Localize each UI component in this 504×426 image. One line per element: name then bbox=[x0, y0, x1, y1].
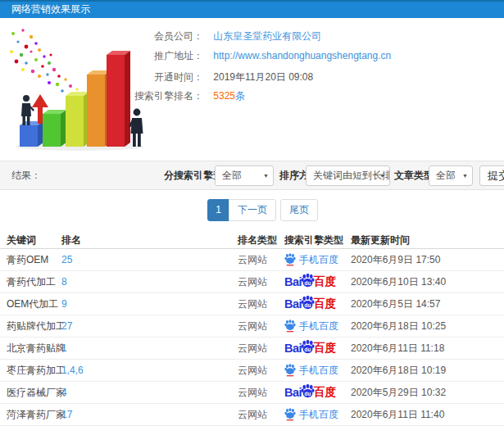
chevron-down-icon: ▼ bbox=[263, 166, 269, 186]
businessman-right-icon bbox=[129, 109, 143, 147]
rank-link[interactable]: 17 bbox=[61, 404, 72, 425]
baidu-paw-icon: du bbox=[301, 340, 315, 354]
bar-red bbox=[107, 51, 130, 147]
page-1-button[interactable]: 1 bbox=[207, 199, 229, 221]
baidu-logo-bai: Bai bbox=[284, 293, 302, 315]
info-row-company: 会员公司： 山东皇圣堂药业有限公司 bbox=[131, 29, 492, 43]
rank-type-cell: 云网站 bbox=[238, 293, 267, 315]
baidu-logo-du: du bbox=[305, 347, 311, 352]
rank-link[interactable]: 25 bbox=[61, 249, 72, 270]
baidu-logo: Bai du 百度 bbox=[284, 382, 336, 403]
mobile-baidu-label: 手机百度 bbox=[299, 315, 338, 337]
bar-yellow bbox=[66, 92, 89, 147]
header-updated: 最新更新时间 bbox=[351, 233, 410, 247]
rank-link[interactable]: 1,4,6 bbox=[61, 360, 84, 381]
engine-cell: 手机百度 Bai du 百度 bbox=[284, 315, 338, 337]
rank-type-cell: 云网站 bbox=[238, 315, 267, 337]
mobile-baidu-logo: 手机百度 bbox=[284, 404, 338, 425]
baidu-logo-du: du bbox=[305, 280, 311, 286]
engine-cell: 手机百度 Bai du 百度 bbox=[284, 249, 338, 270]
engine-cell: 百度 Bai du 百度 bbox=[284, 271, 336, 292]
rank-count-value: 5325条 bbox=[213, 90, 245, 102]
table-row: OEM代加工 9 云网站 百度 Bai bbox=[0, 293, 504, 315]
updated-cell: 2020年6月10日 13:40 bbox=[351, 271, 446, 292]
engine-cell: 百度 Bai du 百度 bbox=[284, 382, 336, 403]
mobile-baidu-logo: 手机百度 bbox=[284, 315, 338, 337]
rank-type-cell: 云网站 bbox=[238, 338, 267, 359]
article-type-select-value: 全部 bbox=[436, 170, 456, 181]
table-row: 北京膏药贴牌 1 云网站 百度 Bai bbox=[0, 338, 504, 360]
submit-button[interactable]: 提交 bbox=[479, 165, 504, 186]
mobile-baidu-logo: 手机百度 bbox=[284, 360, 338, 381]
mobile-baidu-label: 手机百度 bbox=[299, 249, 338, 270]
article-type-label: 文章类型 bbox=[394, 161, 434, 189]
keyword-cell: 药贴牌代加工 bbox=[7, 315, 66, 337]
results-table: 关键词 排名 排名类型 搜索引擎类型 最新更新时间 膏药OEM 25 云网站 手… bbox=[0, 233, 504, 426]
updated-cell: 2020年6月9日 17:50 bbox=[351, 249, 440, 270]
rank-type-cell: 云网站 bbox=[238, 404, 267, 425]
window-title-bar: 网络营销效果展示 bbox=[0, 0, 504, 18]
rank-link[interactable]: 1 bbox=[61, 338, 67, 359]
updated-cell: 2020年5月29日 10:32 bbox=[351, 382, 446, 403]
paw-underline bbox=[287, 265, 293, 265]
chevron-down-icon: ▼ bbox=[462, 166, 468, 186]
next-page-button[interactable]: 下一页 bbox=[229, 199, 276, 221]
baidu-logo: Bai du 百度 bbox=[284, 338, 336, 359]
paw-underline bbox=[287, 375, 293, 376]
keyword-cell: 膏药OEM bbox=[7, 249, 48, 270]
updated-cell: 2020年6月18日 10:25 bbox=[351, 315, 446, 337]
rank-link[interactable]: 27 bbox=[61, 315, 72, 337]
page-title: 网络营销效果展示 bbox=[11, 3, 90, 15]
sort-select-value: 关键词由短到长排序 bbox=[313, 170, 390, 181]
keyword-cell: 医疗器械厂家 bbox=[7, 382, 66, 403]
header-rank: 排名 bbox=[61, 233, 81, 247]
baidu-paw-icon bbox=[284, 253, 296, 266]
keyword-cell: 枣庄膏药加工 bbox=[7, 360, 66, 381]
baidu-logo-cn: 百度 bbox=[314, 382, 336, 403]
company-label: 会员公司： bbox=[131, 29, 203, 43]
keyword-cell: OEM代加工 bbox=[7, 293, 58, 315]
mobile-baidu-logo: 手机百度 bbox=[284, 249, 338, 270]
company-link[interactable]: 山东皇圣堂药业有限公司 bbox=[213, 30, 321, 42]
rank-link[interactable]: 4 bbox=[61, 382, 67, 403]
pagination: 1下一页尾页 bbox=[207, 199, 318, 221]
mobile-baidu-label: 手机百度 bbox=[299, 404, 338, 425]
paw-underline bbox=[287, 419, 293, 420]
rank-link[interactable]: 8 bbox=[61, 271, 67, 292]
updated-cell: 2020年6月18日 10:19 bbox=[351, 360, 446, 381]
updated-cell: 2020年6月5日 14:57 bbox=[351, 293, 440, 315]
info-row-url: 推广地址： http://www.shandonghuangshengtang.… bbox=[131, 49, 492, 62]
baidu-paw-icon bbox=[284, 408, 296, 421]
last-page-button[interactable]: 尾页 bbox=[280, 199, 318, 221]
sort-select[interactable]: 关键词由短到长排序 ▼ bbox=[306, 165, 390, 186]
rank-link[interactable]: 9 bbox=[61, 293, 67, 315]
keyword-cell: 菏泽膏药厂家 bbox=[7, 404, 66, 425]
engine-cell: 手机百度 Bai du 百度 bbox=[284, 404, 338, 425]
engine-select[interactable]: 全部 ▼ bbox=[215, 165, 274, 186]
businessman-left-icon bbox=[21, 95, 34, 125]
baidu-paw-icon: du bbox=[301, 384, 315, 398]
bar-chart-illustration bbox=[2, 27, 148, 152]
table-row: 膏药代加工 8 云网站 百度 Bai bbox=[0, 271, 504, 293]
info-row-open-time: 开通时间： 2019年11月20日 09:08 bbox=[131, 70, 492, 84]
baidu-logo-du: du bbox=[305, 391, 311, 397]
table-row: 膏药OEM 25 云网站 手机百度 Bai bbox=[0, 249, 504, 271]
promo-url-link[interactable]: http://www.shandonghuangshengtang.cn bbox=[213, 50, 391, 61]
rank-count-number: 5325 bbox=[213, 90, 235, 102]
open-time-value: 2019年11月20日 09:08 bbox=[213, 71, 313, 83]
updated-cell: 2020年6月11日 11:18 bbox=[351, 338, 444, 359]
rank-type-cell: 云网站 bbox=[238, 360, 267, 381]
engine-cell: 百度 Bai du 百度 bbox=[284, 293, 336, 315]
baidu-logo: Bai du 百度 bbox=[284, 271, 336, 292]
header-rank-type: 排名类型 bbox=[238, 233, 277, 247]
table-row: 枣庄膏药加工 1,4,6 云网站 手机百度 Bai bbox=[0, 360, 504, 382]
header-keyword: 关键词 bbox=[7, 233, 36, 247]
keyword-cell: 北京膏药贴牌 bbox=[7, 338, 66, 359]
header-engine-type: 搜索引擎类型 bbox=[284, 233, 343, 247]
filter-bar: 结果： 分搜索引擎查看 全部 ▼ 排序方式 关键词由短到长排序 ▼ 文章类型 全… bbox=[0, 161, 504, 190]
mobile-baidu-label: 手机百度 bbox=[299, 360, 338, 381]
table-body: 膏药OEM 25 云网站 手机百度 Bai bbox=[0, 249, 504, 426]
table-row: 菏泽膏药厂家 17 云网站 手机百度 Bai bbox=[0, 404, 504, 426]
engine-select-value: 全部 bbox=[222, 170, 242, 181]
article-type-select[interactable]: 全部 ▼ bbox=[429, 165, 473, 186]
